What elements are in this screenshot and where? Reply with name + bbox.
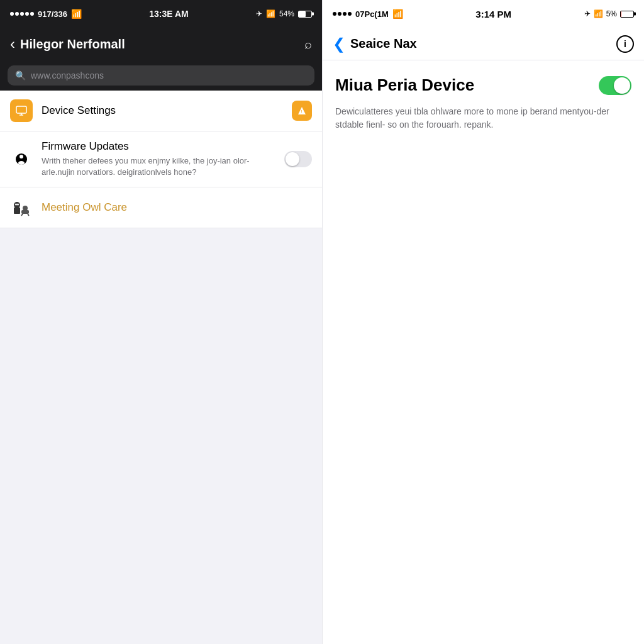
location-icon-right: ✈ <box>584 9 591 18</box>
time-left: 13:3E AM <box>149 9 189 19</box>
location-icon-left: ✈ <box>256 9 262 18</box>
battery-icon-right <box>620 11 634 18</box>
right-status-left: ✈ 📶 54% <box>256 9 312 18</box>
search-button-left[interactable]: ⌕ <box>304 37 312 52</box>
firmware-toggle-knob <box>286 152 299 166</box>
device-toggle-knob <box>614 77 630 94</box>
meeting-owl-icon <box>10 196 33 219</box>
signal-dots-left <box>10 12 34 16</box>
back-button-left[interactable]: ‹ <box>10 35 15 53</box>
battery-pct-right: 5% <box>606 9 617 18</box>
signal-text-left: 917/336 <box>38 9 67 19</box>
right-content-title: Miua Peria Device <box>335 75 474 95</box>
svg-point-10 <box>15 204 17 206</box>
svg-rect-8 <box>14 208 20 214</box>
left-status-left: 917/336 📶 <box>10 9 82 19</box>
device-settings-row[interactable]: Device Settings ! <box>0 91 322 131</box>
signal-text-right: 07Pc(1M <box>355 9 389 19</box>
firmware-updates-row[interactable]: Firmware Updates Writh theher defees you… <box>0 131 322 187</box>
device-settings-icon <box>10 99 33 122</box>
firmware-subtitle: Writh theher defees you mux enjmy kilke,… <box>42 155 275 178</box>
search-bar-text: www.conpashcons <box>31 70 104 80</box>
info-button-right[interactable]: i <box>616 35 634 53</box>
right-content-header: Miua Peria Device <box>335 75 631 95</box>
device-settings-badge: ! <box>292 101 312 121</box>
svg-point-13 <box>23 206 28 211</box>
svg-point-7 <box>18 161 25 165</box>
meeting-owl-title: Meeting Owl Care <box>42 201 127 214</box>
wifi-icon-left: 📶 <box>71 9 82 19</box>
svg-line-14 <box>21 214 23 216</box>
battery-pct-left: 54% <box>279 9 294 18</box>
firmware-title: Firmware Updates <box>42 140 275 153</box>
svg-point-9 <box>14 202 20 208</box>
wifi-icon-right: 📶 <box>392 9 403 19</box>
device-toggle[interactable] <box>599 76 631 95</box>
list-section: Device Settings ! Firmware Updates Writh… <box>0 91 322 644</box>
right-status-right: ✈ 📶 5% <box>584 9 634 18</box>
svg-line-15 <box>28 214 29 216</box>
left-status-right: 07Pc(1M 📶 <box>333 9 403 19</box>
firmware-content: Firmware Updates Writh theher defees you… <box>42 140 275 178</box>
svg-rect-0 <box>16 106 26 113</box>
battery-icon-left <box>298 11 312 18</box>
search-bar-icon: 🔍 <box>15 70 26 80</box>
signal-dots-right <box>333 12 352 16</box>
nav-title-right: Seaice Nax <box>350 36 616 51</box>
signal2-icon-left: 📶 <box>266 9 275 18</box>
right-content: Miua Peria Device Dewiculatteres yeui tb… <box>323 60 644 147</box>
left-panel: 917/336 📶 13:3E AM ✈ 📶 54% ‹ Hilegor Ner… <box>0 0 322 644</box>
device-settings-title: Device Settings <box>42 104 283 117</box>
status-bar-left: 917/336 📶 13:3E AM ✈ 📶 54% <box>0 0 322 28</box>
back-button-right[interactable]: ❮ <box>333 35 345 53</box>
status-bar-right: 07Pc(1M 📶 3:14 PM ✈ 📶 5% <box>323 0 644 28</box>
signal2-icon-right: 📶 <box>594 9 603 18</box>
svg-text:!: ! <box>301 109 302 114</box>
firmware-toggle[interactable] <box>284 151 312 167</box>
right-panel: 07Pc(1M 📶 3:14 PM ✈ 📶 5% ❮ Seaice Nax i … <box>322 0 644 644</box>
right-content-description: Dewiculatteres yeui tbla ohlware more to… <box>335 105 631 131</box>
svg-point-11 <box>17 204 19 206</box>
svg-point-6 <box>19 155 23 158</box>
meeting-owl-row[interactable]: Meeting Owl Care <box>0 187 322 228</box>
nav-title-left: Hilegor Nerfomall <box>20 37 304 52</box>
nav-bar-right: ❮ Seaice Nax i <box>323 28 644 60</box>
firmware-icon <box>10 148 33 170</box>
search-bar[interactable]: 🔍 www.conpashcons <box>8 65 314 86</box>
time-right: 3:14 PM <box>475 9 511 19</box>
nav-bar-left: ‹ Hilegor Nerfomall ⌕ <box>0 28 322 60</box>
